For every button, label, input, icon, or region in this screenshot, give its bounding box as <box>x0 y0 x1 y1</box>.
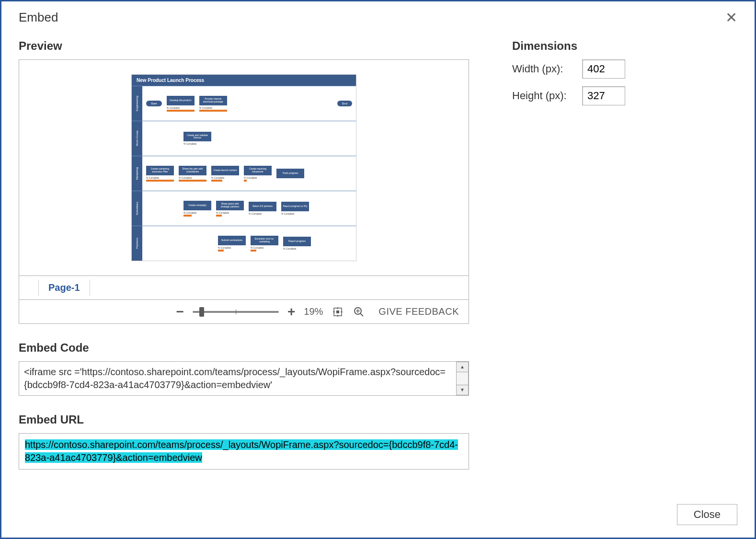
close-icon[interactable]: ✕ <box>725 11 737 25</box>
lane-body: Create campaign% Complete Share plans wi… <box>142 191 356 226</box>
give-feedback-link[interactable]: GIVE FEEDBACK <box>378 306 459 317</box>
lane-label: Store Group <box>132 121 142 156</box>
task-box: Provide Internal download package% Compl… <box>199 96 227 112</box>
scroll-up-button[interactable]: ▲ <box>456 362 469 372</box>
lane-store-group: Store Group Create and validate Demos% C… <box>132 121 356 156</box>
task-box: Share plans with strategic partners% Com… <box>216 201 244 217</box>
right-column: Dimensions Width (px): Height (px): <box>512 39 737 470</box>
page-tab[interactable]: Page-1 <box>48 282 80 293</box>
fit-page-icon[interactable] <box>332 306 344 318</box>
embed-url-heading: Embed URL <box>19 413 469 426</box>
lane-label: Marketing <box>132 156 142 191</box>
svg-line-7 <box>360 313 363 316</box>
end-node: End <box>337 101 352 106</box>
lane-body: Start Develop the product% Complete Prov… <box>142 86 356 121</box>
lane-body: Submit nominations% Complete Education a… <box>142 226 356 261</box>
left-column: Preview New Product Launch Process Engin… <box>19 39 469 470</box>
task-box: Create campaign% Complete <box>183 201 211 217</box>
embed-url-section: Embed URL https://contoso.sharepoint.com… <box>19 413 469 470</box>
pan-zoom-icon[interactable] <box>353 306 365 318</box>
height-label: Height (px): <box>512 90 574 102</box>
zoom-slider[interactable] <box>193 311 279 313</box>
embed-code-heading: Embed Code <box>19 341 469 355</box>
preview-canvas[interactable]: New Product Launch Process Engineering S… <box>19 60 469 275</box>
embed-code-textarea[interactable]: <iframe src ='https://contoso.sharepoint… <box>19 361 469 396</box>
task-box: Share the plan with subsidiaries% Comple… <box>179 166 206 182</box>
diagram-title: New Product Launch Process <box>132 75 356 86</box>
lane-label: Partners <box>132 226 142 261</box>
task-box: Track progress <box>276 169 304 178</box>
lane-marketing: Marketing Create marketing execution Pla… <box>132 156 356 191</box>
task-box: Create marketing execution Plan% Complet… <box>146 166 174 182</box>
dimensions-heading: Dimensions <box>512 39 737 53</box>
lane-label: Subsidiary <box>132 191 142 226</box>
slider-thumb[interactable] <box>199 307 204 317</box>
swimlanes: Engineering Start Develop the product% C… <box>132 86 356 261</box>
content-row: Preview New Product Launch Process Engin… <box>19 39 737 470</box>
diagram-preview: New Product Launch Process Engineering S… <box>131 74 356 261</box>
task-box: Create reporting framework% Complete <box>244 166 272 182</box>
lane-engineering: Engineering Start Develop the product% C… <box>132 86 356 121</box>
lane-partners: Partners Submit nominations% Complete Ed… <box>132 226 356 261</box>
embed-url-text: https://contoso.sharepoint.com/teams/pro… <box>25 439 458 463</box>
task-box: Create and validate Demos% Complete <box>183 132 211 145</box>
close-button[interactable]: Close <box>677 504 737 525</box>
task-box: Report progress% Complete <box>283 237 311 250</box>
task-box: Report progress to HQ% Complete <box>281 202 309 215</box>
embed-code-section: Embed Code <iframe src ='https://contoso… <box>19 341 469 396</box>
task-box: Develop the product% Complete <box>167 96 195 112</box>
embed-url-textarea[interactable]: https://contoso.sharepoint.com/teams/pro… <box>19 433 469 470</box>
task-box: Create launch content% Complete <box>211 166 239 182</box>
task-box: Select 3-5 partners% Complete <box>249 202 276 215</box>
task-box: Education and co-marketing% Complete <box>251 236 278 252</box>
dialog-title: Embed <box>19 10 58 25</box>
lane-subsidiary: Subsidiary Create campaign% Complete Sha… <box>132 191 356 226</box>
width-row: Width (px): <box>512 59 737 79</box>
dialog-header: Embed ✕ <box>19 10 737 25</box>
tab-divider <box>38 280 39 296</box>
width-label: Width (px): <box>512 63 574 75</box>
lane-body: Create and validate Demos% Complete <box>142 121 356 156</box>
lane-label: Engineering <box>132 86 142 121</box>
height-input[interactable] <box>582 86 625 105</box>
lane-body: Create marketing execution Plan% Complet… <box>142 156 356 191</box>
embed-code-text: <iframe src ='https://contoso.sharepoint… <box>24 367 446 390</box>
preview-box: New Product Launch Process Engineering S… <box>19 59 469 324</box>
scroll-down-button[interactable]: ▼ <box>456 385 469 395</box>
zoom-bar: − + 19% GIVE FEEDBACK <box>19 299 469 323</box>
height-row: Height (px): <box>512 86 737 105</box>
zoom-out-button[interactable]: − <box>176 305 184 319</box>
tab-divider <box>90 280 90 296</box>
start-node: Start <box>146 101 162 106</box>
preview-heading: Preview <box>19 39 469 53</box>
task-box: Submit nominations% Complete <box>218 236 246 252</box>
slider-tick <box>236 310 236 314</box>
embed-dialog: Embed ✕ Preview New Product Launch Proce… <box>0 0 756 539</box>
zoom-in-button[interactable]: + <box>287 305 295 319</box>
scroll-track[interactable] <box>456 372 469 385</box>
zoom-percent: 19% <box>304 306 323 317</box>
width-input[interactable] <box>582 59 625 79</box>
svg-rect-1 <box>336 310 339 313</box>
page-tabs-bar: Page-1 <box>19 275 469 299</box>
